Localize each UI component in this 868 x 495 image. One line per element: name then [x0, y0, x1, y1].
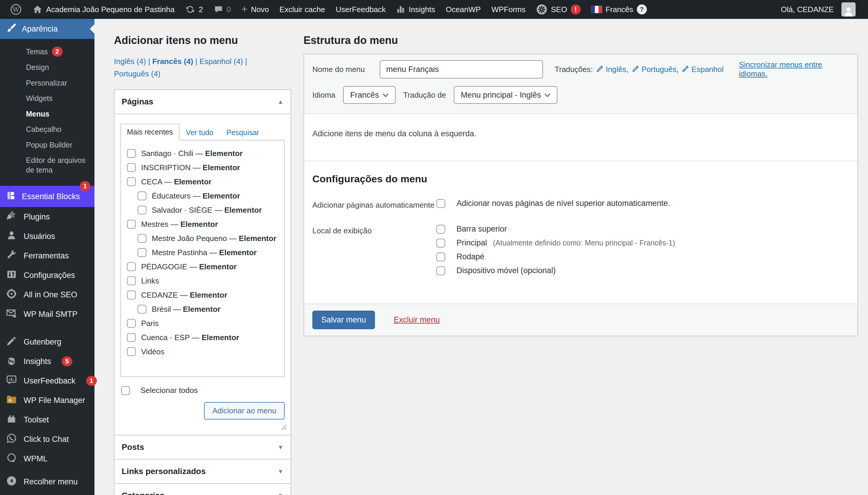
menu-language-row: Idioma Francês Tradução de Menu principa…	[312, 86, 849, 104]
sidebar-item-popup-builder[interactable]: Popup Builder	[0, 137, 95, 153]
checkbox[interactable]	[137, 305, 146, 313]
location-checkbox[interactable]	[436, 239, 445, 248]
tab-pesquisar[interactable]: Pesquisar	[220, 125, 266, 140]
oceanwp-link[interactable]: OceanWP	[441, 0, 486, 19]
sidebar-item-all-in-one-seo[interactable]: All in One SEO	[0, 285, 95, 304]
separator: |	[148, 57, 150, 66]
essential-blocks-logo-icon	[6, 190, 17, 203]
accordion-header-paginas[interactable]: Páginas ▲	[115, 90, 291, 114]
auto-add-checkbox[interactable]	[436, 199, 445, 208]
sidebar-item-gutenberg[interactable]: Gutenberg	[0, 332, 95, 352]
pencil-icon	[596, 65, 604, 74]
account-menu[interactable]: Olá, CEDANZE	[775, 0, 861, 19]
checkbox[interactable]	[127, 163, 136, 172]
list-item: Brésil — Elementor	[121, 302, 284, 316]
sidebar-item-wp-file-manager[interactable]: W WP File Manager	[0, 391, 95, 410]
menu-name-input[interactable]	[380, 60, 543, 79]
sidebar-item-userfeedback[interactable]: UserFeedback 1	[0, 371, 95, 391]
translation-of-select[interactable]: Menu principal - Inglês	[454, 86, 558, 104]
translation-link-espanhol[interactable]: Espanhol	[682, 65, 723, 74]
insights-link[interactable]: Insights	[391, 0, 441, 19]
userfeedback-link[interactable]: UserFeedback	[330, 0, 391, 19]
tab-ver-tudo[interactable]: Ver tudo	[180, 125, 220, 140]
updates-link[interactable]: 2	[180, 0, 208, 19]
accordion-header-posts[interactable]: Posts ▼	[115, 436, 291, 459]
sidebar-item-wp-mail-smtp[interactable]: WP Mail SMTP	[0, 304, 95, 324]
sync-menus-link[interactable]: Sincronizar menus entre idiomas.	[739, 60, 849, 79]
tab-mais-recentes[interactable]: Mais recentes	[120, 124, 180, 140]
location-checkbox[interactable]	[436, 267, 445, 275]
sidebar-item-toolset[interactable]: Toolset	[0, 410, 95, 429]
location-checkbox[interactable]	[436, 225, 445, 234]
collapse-menu-button[interactable]: Recolher menu	[0, 472, 95, 492]
list-item: CEDANZE — Elementor	[121, 288, 284, 302]
sidebar-item-configuracoes[interactable]: Configurações	[0, 266, 95, 285]
sidebar-item-plugins[interactable]: Plugins	[0, 207, 95, 226]
page-title-menu-structure: Estrutura do menu	[304, 32, 858, 47]
sidebar-item-appearance[interactable]: Aparência	[0, 19, 95, 39]
chevron-up-icon: ▲	[278, 99, 283, 105]
checkbox[interactable]	[137, 191, 146, 200]
sidebar-item-temas[interactable]: Temas2	[0, 44, 95, 59]
lang-filter-frances[interactable]: Francês (4)	[152, 57, 193, 66]
sidebar-item-editor-de-arquivos[interactable]: Editor de arquivos de tema	[0, 153, 95, 177]
admin-bar: W Academia João Pequeno de Pastinha 2 0 …	[0, 0, 868, 19]
checkbox[interactable]	[127, 177, 136, 186]
new-content-link[interactable]: + Novo	[236, 0, 274, 19]
seo-link[interactable]: SEO !	[531, 0, 586, 19]
accordion-section-posts: Posts ▼	[115, 435, 291, 459]
sidebar-item-click-to-chat[interactable]: Click to Chat	[0, 429, 95, 449]
checkbox[interactable]	[127, 220, 136, 228]
save-menu-button[interactable]: Salvar menu	[312, 311, 375, 329]
clear-cache-link[interactable]: Excluir cache	[274, 0, 331, 19]
language-switcher[interactable]: Francês ?	[586, 0, 652, 19]
sidebar-item-essential-blocks[interactable]: Essential Blocks 1	[0, 186, 95, 207]
lang-filter-portugues[interactable]: Português (4)	[114, 69, 161, 78]
aioseo-gear-icon	[6, 288, 17, 302]
language-select[interactable]: Francês	[343, 86, 396, 104]
checkbox[interactable]	[127, 276, 136, 285]
menu-panel-header: Nome do menu Traduções: Inglês , Portugu…	[304, 54, 857, 114]
list-item: Cuenca · ESP — Elementor	[121, 330, 284, 344]
sidebar-item-usuarios[interactable]: Usuários	[0, 226, 95, 246]
resize-handle[interactable]	[120, 423, 284, 430]
location-option-principal: Principal (Atualmente definido como: Men…	[436, 238, 675, 248]
comments-link[interactable]: 0	[209, 0, 236, 19]
sidebar-item-wpml[interactable]: WPML	[0, 449, 95, 468]
sidebar-item-design[interactable]: Design	[0, 59, 95, 75]
add-to-menu-button[interactable]: Adicionar ao menu	[204, 402, 284, 420]
checkbox[interactable]	[127, 319, 136, 328]
translation-link-portugues[interactable]: Português	[632, 65, 677, 74]
accordion-header-categorias[interactable]: Categorias ▼	[115, 484, 291, 495]
wpforms-link[interactable]: WPForms	[486, 0, 531, 19]
delete-menu-link[interactable]: Excluir menu	[394, 315, 440, 324]
user-icon	[6, 230, 17, 243]
select-all-row: Selecionar todos	[120, 386, 284, 395]
checkbox[interactable]	[127, 291, 136, 300]
select-all-checkbox[interactable]	[121, 386, 130, 395]
wp-logo-menu[interactable]: W	[5, 0, 27, 19]
auto-add-option: Adicionar novas páginas de nível superio…	[436, 199, 670, 208]
sidebar-item-cabecalho[interactable]: Cabeçalho	[0, 121, 95, 137]
sidebar-item-menus[interactable]: Menus	[0, 106, 95, 122]
sidebar-item-insights[interactable]: Insights 5	[0, 352, 95, 371]
checkbox[interactable]	[137, 206, 146, 215]
accordion-header-links-personalizados[interactable]: Links personalizados ▼	[115, 460, 291, 483]
location-checkbox[interactable]	[436, 253, 445, 261]
sidebar-item-widgets[interactable]: Widgets	[0, 90, 95, 106]
lang-filter-ingles[interactable]: Inglês (4)	[114, 57, 146, 66]
checkbox[interactable]	[127, 262, 136, 271]
translation-link-ingles[interactable]: Inglês	[596, 65, 626, 74]
visit-site-link[interactable]: Academia João Pequeno de Pastinha	[27, 0, 180, 19]
count-badge: 2	[52, 47, 63, 57]
checkbox[interactable]	[137, 234, 146, 243]
sidebar-item-personalizar[interactable]: Personalizar	[0, 75, 95, 91]
checkbox[interactable]	[127, 333, 136, 342]
feedback-bubble-icon	[6, 374, 17, 388]
sidebar-item-ferramentas[interactable]: Ferramentas	[0, 246, 95, 266]
lang-filter-espanhol[interactable]: Espanhol (4)	[200, 57, 243, 66]
checkbox[interactable]	[127, 149, 136, 158]
checkbox[interactable]	[137, 248, 146, 257]
checkbox[interactable]	[127, 347, 136, 356]
translations-group: Traduções: Inglês , Português ,	[555, 65, 724, 74]
